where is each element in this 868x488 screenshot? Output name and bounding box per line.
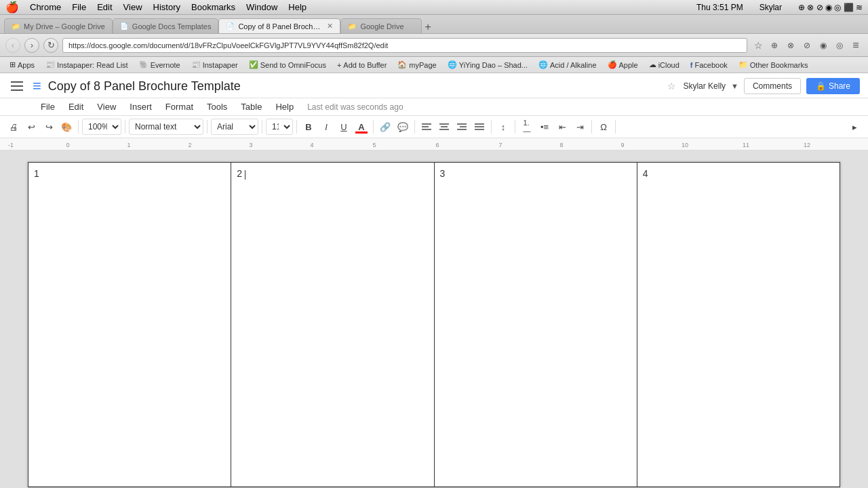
bookmark-apple[interactable]: 🍎 Apple [604,59,642,70]
bookmark-facebook[interactable]: f Facebook [686,60,732,70]
extension-icon-2[interactable]: ⊗ [784,41,797,50]
docs-last-edit: Last edit was seconds ago [307,102,403,112]
underline-button[interactable]: U [336,119,352,135]
buffer-icon: + [337,61,341,69]
ruler-mark-3: 3 [249,142,252,148]
docs-table-menu[interactable]: Table [235,100,267,114]
chrome-menu[interactable]: Chrome [30,2,61,12]
menu-time: Thu 3:51 PM [696,3,743,12]
align-right-button[interactable] [454,119,470,135]
text-color-button[interactable]: A [353,119,370,135]
table-cell-2[interactable]: 2 [231,163,434,487]
style-select[interactable]: Normal text [129,119,203,135]
table-cell-4[interactable]: 4 [637,163,840,487]
extension-icon-5[interactable]: ◎ [833,41,846,50]
bookmarks-menu[interactable]: Bookmarks [191,2,235,12]
share-button[interactable]: 🔒 Share [806,78,860,94]
redo-button[interactable]: ↪ [41,119,57,135]
bookmark-other[interactable]: 📁 Other Bookmarks [734,59,812,70]
font-select[interactable]: Arial [211,119,258,135]
bookmark-omnifocus[interactable]: ✅ Send to OmniFocus [245,59,330,70]
docs-insert-menu[interactable]: Insert [124,100,157,114]
paint-format-button[interactable]: 🎨 [58,119,75,135]
new-tab-button[interactable]: + [425,21,431,33]
extension-icon-1[interactable]: ⊕ [768,41,781,50]
extension-icon-4[interactable]: ◉ [816,41,830,50]
chevron-down-icon[interactable]: ▼ [731,82,738,90]
text-cursor [245,170,245,180]
undo-button[interactable]: ↩ [23,119,39,135]
menu-button[interactable]: ≡ [849,39,863,52]
docs-hamburger-button[interactable] [8,77,26,95]
comments-button[interactable]: Comments [744,78,801,94]
forward-button[interactable]: › [24,38,39,53]
bookmark-buffer[interactable]: + Add to Buffer [333,60,391,70]
history-menu[interactable]: History [153,2,180,12]
font-size-select[interactable]: 11 [266,119,293,135]
zoom-select[interactable]: 100% [82,119,121,135]
docs-view-menu[interactable]: View [92,100,121,114]
tab-templates[interactable]: 📄 Google Docs Templates [113,18,219,33]
docs-edit-menu[interactable]: Edit [63,100,89,114]
numbered-list-button[interactable]: 1.— [519,119,535,135]
docs-body[interactable]: 1 2 3 4 [0,150,868,488]
star-icon[interactable]: ☆ [751,40,765,51]
align-left-icon [422,123,431,131]
bookmark-instapaper-read[interactable]: 📰 Instapaper: Read List [41,59,132,70]
omnifocus-icon: ✅ [249,60,258,69]
bulleted-list-button[interactable]: •≡ [536,119,553,135]
window-menu[interactable]: Window [246,2,277,12]
print-button[interactable]: 🖨 [5,119,22,135]
reload-button[interactable]: ↻ [43,38,58,53]
docs-file-menu[interactable]: File [35,100,60,114]
address-text: https://docs.google.com/document/d/18vFR… [68,41,388,49]
docs-star-icon[interactable]: ☆ [667,81,676,92]
icloud-icon: ☁ [649,60,656,69]
extension-icon-3[interactable]: ⊘ [800,41,814,50]
line-spacing-button[interactable]: ↕ [495,119,511,135]
ruler-mark-9: 9 [620,142,624,148]
link-button[interactable]: 🔗 [377,119,393,135]
comment-button[interactable]: 💬 [395,119,411,135]
tab-gdrive[interactable]: 📁 Google Drive [340,18,422,33]
apple-bookmark-icon: 🍎 [608,60,617,69]
docs-format-menu[interactable]: Format [160,100,199,114]
align-left-button[interactable] [418,119,435,135]
bookmark-yiying[interactable]: 🌐 YiYing Dao – Shad... [443,59,532,70]
bookmark-apps[interactable]: ⊞ Apps [5,59,39,70]
justify-icon [475,123,484,131]
docs-title[interactable]: Copy of 8 Panel Brochure Template [48,79,658,94]
apple-menu[interactable]: 🍎 [5,1,19,14]
view-menu[interactable]: View [123,2,142,12]
indent-decrease-button[interactable]: ⇤ [554,119,570,135]
bold-button[interactable]: B [300,119,317,135]
italic-button[interactable]: I [318,119,334,135]
bookmark-mypage[interactable]: 🏠 myPage [393,59,440,70]
file-menu[interactable]: File [72,2,86,12]
cell-number-1: 1 [34,168,39,179]
table-cell-3[interactable]: 3 [434,163,637,487]
table-cell-1[interactable]: 1 [28,163,231,487]
bookmark-icloud[interactable]: ☁ iCloud [645,59,684,70]
color-underline [355,131,368,134]
expand-toolbar-button[interactable]: ▸ [846,119,863,135]
special-chars-button[interactable]: Ω [595,119,612,135]
bookmark-acid[interactable]: 🌐 Acid / Alkaline [534,59,600,70]
tab-close-3[interactable]: ✕ [327,22,333,30]
edit-menu[interactable]: Edit [97,2,112,12]
tab-brochure[interactable]: 📄 Copy of 8 Panel Brochure ✕ [218,18,340,33]
bookmark-acid-label: Acid / Alkaline [550,61,596,69]
help-menu[interactable]: Help [288,2,307,12]
bookmark-instapaper[interactable]: 📰 Instapaper [187,59,242,70]
docs-help-menu[interactable]: Help [270,100,299,114]
ruler-mark-7: 7 [498,142,502,148]
back-button[interactable]: ‹ [5,38,20,53]
address-bar[interactable]: https://docs.google.com/document/d/18vFR… [62,38,747,53]
tab-my-drive[interactable]: 📁 My Drive – Google Drive [4,18,113,33]
justify-button[interactable] [471,119,488,135]
text-color-letter: A [358,122,364,132]
docs-tools-menu[interactable]: Tools [201,100,233,114]
indent-increase-button[interactable]: ⇥ [572,119,588,135]
align-center-button[interactable] [436,119,452,135]
bookmark-evernote[interactable]: 🐘 Evernote [135,59,184,70]
